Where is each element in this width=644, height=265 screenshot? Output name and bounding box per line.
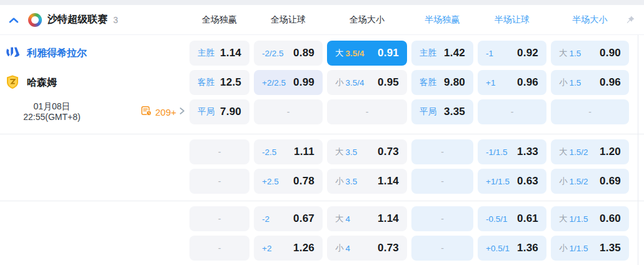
match-time: 22:55(GMT+8) xyxy=(5,112,99,122)
markets-count-icon xyxy=(141,105,152,119)
odds-cell-empty: - xyxy=(411,169,473,194)
odds-cell[interactable]: 大 3.5 0.73 xyxy=(327,139,407,164)
odds-value: 1.14 xyxy=(220,47,241,59)
league-header-left: 沙特超级联赛 3 xyxy=(0,13,185,27)
odds-label: 大 1/1.5 xyxy=(559,213,588,224)
odds-value: 1.33 xyxy=(517,146,538,158)
odds-label: 小 3.5/4 xyxy=(335,77,365,88)
odds-value: 1.26 xyxy=(293,242,314,254)
odds-cell[interactable]: 小 1/1.5 1.35 xyxy=(551,236,629,261)
odds-value: 0.61 xyxy=(517,212,538,225)
odds-value: 0.96 xyxy=(600,76,621,89)
odds-cell[interactable]: 主胜 1.42 xyxy=(411,41,473,66)
odds-cell[interactable]: 客胜 12.5 xyxy=(189,70,249,95)
line-value: 3.5 xyxy=(346,148,358,157)
odds-value: 0.90 xyxy=(600,47,621,59)
odds-label: 客胜 xyxy=(420,77,436,88)
odds-cell[interactable]: 小 3.5 1.14 xyxy=(327,169,407,194)
right-divider-line xyxy=(638,34,638,265)
odds-cell[interactable]: -0.5/1 0.61 xyxy=(478,206,546,231)
odds-cell[interactable]: 大 1/1.5 0.60 xyxy=(551,206,629,231)
line-value: 3.5/4 xyxy=(346,49,365,58)
empty-odds-dash: - xyxy=(441,214,444,224)
odds-cell[interactable]: -2 0.67 xyxy=(254,206,323,231)
line-value: 1/1.5 xyxy=(570,244,588,253)
odds-label: +2/2.5 xyxy=(262,78,286,88)
odds-label: -1 xyxy=(486,49,493,58)
odds-label: -0.5/1 xyxy=(486,214,508,224)
odds-label: 小 1.5/2 xyxy=(559,176,588,187)
odds-label: -2 xyxy=(262,214,269,224)
odds-cell[interactable]: +1 0.96 xyxy=(478,70,546,95)
odds-cell[interactable]: -1 0.92 xyxy=(478,41,546,66)
empty-odds-dash: - xyxy=(511,107,514,117)
league-header-row: 沙特超级联赛 3 全场独赢 全场让球 全场大小 半场独赢 半场让球 半场大小 xyxy=(0,5,644,35)
odds-cell[interactable]: 平局 3.35 xyxy=(411,99,473,124)
odds-cell[interactable]: -2/2.5 0.89 xyxy=(254,41,323,66)
odds-label: 大 4 xyxy=(335,213,350,224)
odds-label: 主胜 xyxy=(198,48,214,59)
odds-cell-empty: - xyxy=(189,236,249,261)
odds-cell[interactable]: 小 1.5 0.96 xyxy=(551,70,629,95)
odds-label: 小 3.5 xyxy=(335,176,357,187)
under-prefix: 小 xyxy=(335,242,344,254)
line-value: 1.5/2 xyxy=(570,148,588,157)
line-value: 4 xyxy=(346,214,351,224)
away-team-logo-icon xyxy=(5,74,21,91)
odds-cell[interactable]: 大 1.5/2 1.20 xyxy=(551,139,629,164)
odds-label: 小 1/1.5 xyxy=(559,242,588,254)
odds-cell-empty: - xyxy=(551,99,629,124)
home-team-logo-icon xyxy=(5,45,21,61)
odds-value: 0.95 xyxy=(378,76,399,89)
odds-cell[interactable]: +0.5/1 1.36 xyxy=(478,236,546,261)
collapse-chevron-up-icon[interactable] xyxy=(9,16,19,24)
odds-cell[interactable]: 大 4 1.14 xyxy=(327,206,407,231)
home-team-name: 利雅得希拉尔 xyxy=(27,47,87,60)
odds-cell[interactable]: +2.5 0.78 xyxy=(254,169,323,194)
under-prefix: 小 xyxy=(335,176,344,187)
odds-value: 1.14 xyxy=(378,212,399,225)
odds-cell[interactable]: 客胜 9.80 xyxy=(411,70,473,95)
odds-value: 12.5 xyxy=(220,76,241,89)
odds-label: 客胜 xyxy=(198,77,214,88)
over-prefix: 大 xyxy=(559,146,568,158)
away-team-row: 哈森姆 xyxy=(5,70,185,95)
odds-cell[interactable]: -2.5 1.11 xyxy=(254,139,323,164)
odds-value: 0.89 xyxy=(293,47,314,59)
empty-odds-dash: - xyxy=(287,107,290,117)
odds-value: 0.69 xyxy=(600,175,621,188)
match-info-panel: 利雅得希拉尔 哈森姆 01月08日 22:55(GMT+8) xyxy=(0,41,185,124)
odds-cell[interactable]: +1/1.5 0.63 xyxy=(478,169,546,194)
odds-label: -1/1.5 xyxy=(486,148,508,157)
odds-cell[interactable]: 小 3.5/4 0.95 xyxy=(327,70,407,95)
odds-cell-changed[interactable]: +2/2.5 0.99 xyxy=(254,70,323,95)
odds-cell[interactable]: 主胜 1.14 xyxy=(189,41,249,66)
odds-cell[interactable]: +2 1.26 xyxy=(254,236,323,261)
more-markets-button[interactable]: 209+ xyxy=(141,105,185,119)
column-header-ft-1x2: 全场独赢 xyxy=(189,14,249,26)
column-header-ft-handicap: 全场让球 xyxy=(254,14,323,26)
odds-cell-selected[interactable]: 大 3.5/4 0.91 xyxy=(327,41,407,66)
odds-value: 0.96 xyxy=(517,76,538,89)
odds-cell[interactable]: 小 4 0.73 xyxy=(327,236,407,261)
pin-icon[interactable] xyxy=(625,15,635,28)
line-value: 4 xyxy=(346,244,351,253)
league-title: 沙特超级联赛 xyxy=(48,13,108,26)
column-header-ht-over-under: 半场大小 xyxy=(551,14,629,26)
column-header-ft-over-under: 全场大小 xyxy=(327,14,407,26)
odds-label: 大 1.5/2 xyxy=(559,146,588,158)
odds-cell[interactable]: -1/1.5 1.33 xyxy=(478,139,546,164)
odds-label: +0.5/1 xyxy=(486,244,510,253)
line-value: 3.5/4 xyxy=(346,78,365,88)
column-header-ht-1x2: 半场独赢 xyxy=(411,14,473,26)
match-datetime: 01月08日 22:55(GMT+8) xyxy=(5,101,99,122)
tertiary-odds-section: - -2 0.67 大 4 1.14 - -0.5/1 0.61 大 1/1.5… xyxy=(0,201,644,265)
empty-odds-dash: - xyxy=(441,147,444,157)
odds-label: 主胜 xyxy=(420,48,436,59)
odds-value: 0.73 xyxy=(378,146,399,158)
odds-cell[interactable]: 小 1.5/2 0.69 xyxy=(551,169,629,194)
odds-cell[interactable]: 大 1.5 0.90 xyxy=(551,41,629,66)
odds-label: 平局 xyxy=(420,106,436,118)
odds-cell[interactable]: 平局 7.90 xyxy=(189,99,249,124)
odds-value: 1.20 xyxy=(600,146,621,158)
